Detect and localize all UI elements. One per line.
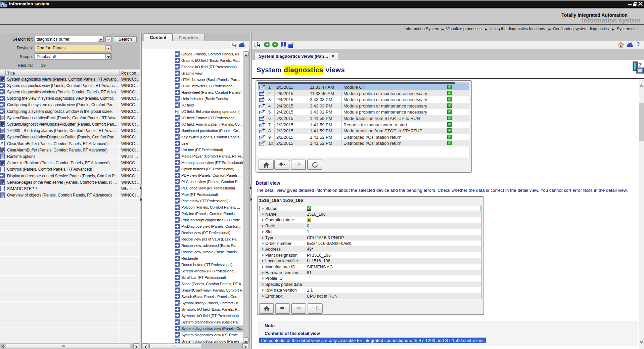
svg-text:1.: 1. <box>178 237 180 239</box>
svg-text:2.: 2. <box>179 271 180 274</box>
svg-text:1.: 1. <box>178 128 180 131</box>
svg-text:1.: 1. <box>178 96 180 99</box>
svg-text:1.: 1. <box>178 333 180 335</box>
svg-text:1.: 1. <box>3 173 4 176</box>
svg-text:2.: 2. <box>179 169 180 172</box>
svg-text:2.: 2. <box>179 291 180 293</box>
svg-text:2.: 2. <box>179 329 180 331</box>
svg-text:1.: 1. <box>178 147 180 150</box>
svg-text:1.: 1. <box>178 250 180 252</box>
svg-text:1.: 1. <box>3 102 4 105</box>
svg-text:1.: 1. <box>178 141 180 143</box>
svg-text:1.: 1. <box>178 218 180 220</box>
svg-text:1.: 1. <box>178 199 180 201</box>
svg-text:1.: 1. <box>178 256 180 258</box>
svg-text:2.: 2. <box>179 93 180 95</box>
svg-text:2.: 2. <box>179 86 180 89</box>
svg-text:2.: 2. <box>179 303 180 306</box>
svg-text:2.: 2. <box>179 157 180 159</box>
svg-text:1.: 1. <box>178 243 180 246</box>
svg-text:1.: 1. <box>178 313 180 316</box>
svg-text:2.: 2. <box>179 310 180 312</box>
svg-text:2.: 2. <box>3 86 5 88</box>
svg-text:2.: 2. <box>179 118 180 121</box>
svg-text:1.: 1. <box>178 122 180 124</box>
svg-text:1.: 1. <box>178 326 180 329</box>
svg-text:2.: 2. <box>179 278 180 280</box>
svg-text:1.: 1. <box>178 167 180 169</box>
svg-text:1.: 1. <box>178 205 180 207</box>
svg-text:2.: 2. <box>179 131 180 133</box>
svg-text:1.: 1. <box>178 116 180 118</box>
svg-text:2.: 2. <box>179 54 180 57</box>
svg-text:2.: 2. <box>179 150 180 152</box>
svg-text:2.: 2. <box>179 265 180 267</box>
svg-text:1.: 1. <box>178 71 180 73</box>
svg-text:1.: 1. <box>178 52 180 54</box>
svg-text:1.: 1. <box>178 307 180 309</box>
svg-text:1.: 1. <box>178 179 180 182</box>
svg-text:1.: 1. <box>178 192 180 194</box>
svg-text:1.: 1. <box>178 281 180 284</box>
svg-text:1.: 1. <box>178 269 180 271</box>
svg-text:1.: 1. <box>178 211 180 214</box>
svg-text:2.: 2. <box>179 188 180 191</box>
svg-text:2.: 2. <box>179 214 180 216</box>
svg-text:1.: 1. <box>178 288 180 290</box>
svg-text:1.: 1. <box>3 96 4 98</box>
svg-text:2.: 2. <box>179 105 180 108</box>
svg-text:1.: 1. <box>178 90 180 92</box>
svg-text:2.: 2. <box>179 201 180 204</box>
svg-text:2.: 2. <box>179 74 180 76</box>
svg-text:2.: 2. <box>179 163 180 165</box>
svg-text:2.: 2. <box>3 112 5 114</box>
svg-text:1.: 1. <box>178 339 180 341</box>
svg-text:2.: 2. <box>179 195 180 197</box>
svg-text:1.: 1. <box>178 58 180 60</box>
svg-text:2.: 2. <box>179 80 180 82</box>
svg-text:2.: 2. <box>3 176 5 179</box>
svg-text:2.: 2. <box>179 233 180 235</box>
svg-text:2.: 2. <box>179 176 180 178</box>
svg-text:2.: 2. <box>179 67 180 70</box>
svg-text:2.: 2. <box>179 227 180 229</box>
svg-text:1.: 1. <box>178 262 180 265</box>
svg-text:2.: 2. <box>179 246 180 248</box>
svg-text:2.: 2. <box>179 220 180 223</box>
svg-text:2.: 2. <box>179 322 180 325</box>
svg-text:2.: 2. <box>179 61 180 63</box>
svg-text:1.: 1. <box>178 103 180 105</box>
svg-text:2.: 2. <box>3 92 5 95</box>
svg-text:1.: 1. <box>178 301 180 303</box>
svg-text:1.: 1. <box>178 160 180 163</box>
svg-text:2.: 2. <box>179 144 180 146</box>
svg-text:2.: 2. <box>3 105 5 107</box>
svg-text:2.: 2. <box>179 137 180 140</box>
svg-text:2.: 2. <box>179 284 180 287</box>
svg-text:1.: 1. <box>3 83 4 85</box>
svg-text:2.: 2. <box>179 125 180 127</box>
svg-text:ELP: ELP <box>0 4 6 8</box>
svg-text:1.: 1. <box>178 173 180 175</box>
svg-text:1.: 1. <box>178 135 180 137</box>
svg-text:1.: 1. <box>178 230 180 233</box>
svg-text:1.: 1. <box>178 294 180 297</box>
svg-text:NLI: NLI <box>0 1 4 4</box>
svg-text:?: ? <box>638 62 642 68</box>
svg-text:1.: 1. <box>178 320 180 322</box>
svg-text:2.: 2. <box>179 239 180 242</box>
svg-text:2.: 2. <box>179 259 180 261</box>
svg-text:1.: 1. <box>178 77 180 80</box>
svg-text:1.: 1. <box>178 64 180 67</box>
svg-text:2.: 2. <box>179 208 180 210</box>
svg-text:1.: 1. <box>178 275 180 277</box>
svg-text:1.: 1. <box>178 84 180 86</box>
svg-text:1.: 1. <box>3 109 4 111</box>
svg-text:2.: 2. <box>179 252 180 255</box>
svg-text:2.: 2. <box>179 335 180 338</box>
svg-text:2.: 2. <box>179 316 180 318</box>
svg-text:1.: 1. <box>178 224 180 226</box>
svg-text:2.: 2. <box>3 99 5 101</box>
svg-text:1.: 1. <box>3 89 4 92</box>
svg-text:2.: 2. <box>179 99 180 101</box>
